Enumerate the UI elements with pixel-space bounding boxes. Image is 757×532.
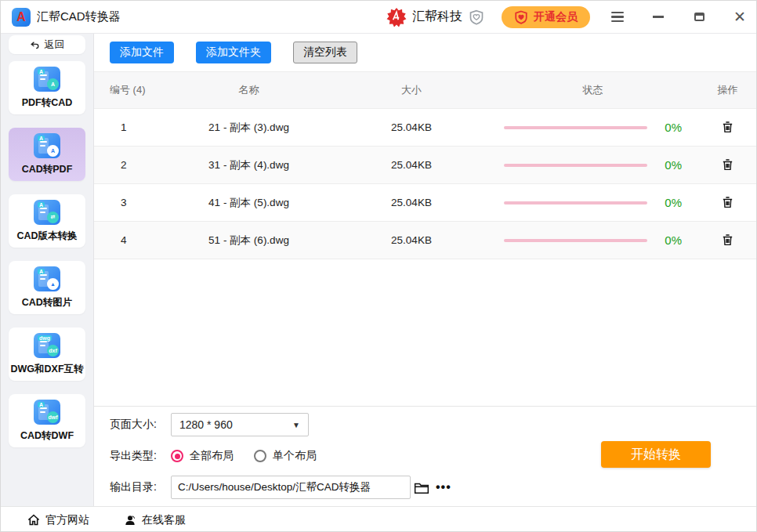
minimize-icon [653,16,664,17]
page-size-label: 页面大小: [110,418,171,432]
online-support-label: 在线客服 [142,513,186,527]
back-button[interactable]: 返回 [9,35,85,54]
brand-seal-icon [386,7,407,27]
sidebar: 返回 A A PDF转CAD A A CAD转PDF A ⇄ [1,34,94,506]
page-size-dropdown[interactable]: 1280 * 960 ▼ [171,413,309,436]
trash-icon [721,120,734,134]
row-filesize: 25.04KB [333,159,490,171]
close-icon: ✕ [733,9,746,24]
heart-badge-icon[interactable] [469,9,484,25]
trash-icon [721,157,734,172]
home-icon [27,514,40,526]
progress-percent: 0% [658,196,682,209]
official-website-link[interactable]: 官方网站 [27,513,89,527]
cad-version-convert-icon: A ⇄ [34,200,60,225]
start-convert-button[interactable]: 开始转换 [601,441,711,468]
progress-percent: 0% [658,233,682,247]
row-filename: 21 - 副本 (3).dwg [165,121,333,135]
row-filesize: 25.04KB [333,121,490,133]
table-row: 2 31 - 副本 (4).dwg 25.04KB 0% [94,147,757,184]
cad-to-image-icon: A ▲ [34,266,60,291]
table-row: 1 21 - 副本 (3).dwg 25.04KB 0% [94,109,757,147]
folder-icon [414,481,429,494]
official-website-label: 官方网站 [45,513,89,527]
page-size-value: 1280 * 960 [179,418,292,431]
sidebar-item-label: CAD版本转换 [16,230,77,243]
row-index: 2 [94,159,165,171]
output-dir-input[interactable] [171,476,411,499]
ellipsis-icon: ••• [436,480,451,494]
progress-bar [504,239,647,242]
header-index: 编号 (4) [94,83,165,97]
delete-row-button[interactable] [719,118,736,136]
app-title: 汇帮CAD转换器 [37,9,121,24]
header-status: 状态 [490,83,697,97]
sidebar-item-dwg-dxf-convert[interactable]: dwg dxf DWG和DXF互转 [9,328,85,381]
progress-percent: 0% [658,121,682,134]
minimize-button[interactable] [651,10,665,24]
add-folder-button[interactable]: 添加文件夹 [196,42,271,63]
close-button[interactable]: ✕ [733,10,747,24]
cad-to-pdf-icon: A A [34,133,60,158]
open-vip-button[interactable]: 开通会员 [502,6,590,28]
file-table: 编号 (4) 名称 大小 状态 操作 1 21 - 副本 (3).dwg 25.… [94,71,757,259]
sidebar-item-label: CAD转DWF [20,429,74,443]
app-logo-icon: A [12,8,31,27]
row-filename: 51 - 副本 (6).dwg [165,233,333,248]
vip-heart-icon [514,10,528,24]
sidebar-item-pdf-to-cad[interactable]: A A PDF转CAD [9,61,85,114]
open-vip-label: 开通会员 [534,10,578,24]
sidebar-item-label: DWG和DXF互转 [10,363,83,376]
pdf-to-cad-icon: A A [34,67,60,92]
sidebar-item-cad-to-pdf[interactable]: A A CAD转PDF [9,128,85,181]
main-panel: 添加文件 添加文件夹 清空列表 编号 (4) 名称 大小 状态 操作 1 21 … [94,34,757,506]
chevron-down-icon: ▼ [292,421,300,429]
progress-bar [504,164,647,167]
sidebar-item-cad-to-image[interactable]: A ▲ CAD转图片 [9,261,85,314]
sidebar-item-label: PDF转CAD [22,96,73,110]
radio-all-layouts[interactable]: 全部布局 [171,449,234,463]
progress-bar [504,201,647,204]
trash-icon [721,195,734,209]
delete-row-button[interactable] [719,156,736,173]
sidebar-item-cad-version-convert[interactable]: A ⇄ CAD版本转换 [9,194,85,248]
table-row: 3 41 - 副本 (5).dwg 25.04KB 0% [94,184,757,222]
titlebar: A 汇帮CAD转换器 汇帮科技 开通会员 ✕ [1,1,757,34]
browse-folder-button[interactable] [411,481,433,494]
row-filename: 41 - 副本 (5).dwg [165,196,333,210]
header-action: 操作 [697,83,757,97]
radio-selected-icon [171,450,183,462]
table-header: 编号 (4) 名称 大小 状态 操作 [94,71,757,109]
table-row: 4 51 - 副本 (6).dwg 25.04KB 0% [94,222,757,259]
trash-icon [721,233,734,247]
back-label: 返回 [45,38,65,52]
radio-unselected-icon [254,450,266,462]
delete-row-button[interactable] [719,194,736,211]
customer-service-icon [124,514,136,527]
row-index: 3 [94,197,165,208]
menu-button[interactable] [610,10,625,24]
header-name: 名称 [165,83,333,97]
maximize-button[interactable] [692,10,706,24]
export-type-label: 导出类型: [110,449,171,463]
row-filename: 31 - 副本 (4).dwg [165,158,333,172]
radio-single-layout[interactable]: 单个布局 [254,449,317,463]
row-filesize: 25.04KB [333,234,490,246]
brand-name: 汇帮科技 [412,9,462,25]
sidebar-item-label: CAD转图片 [22,296,73,309]
back-arrow-icon [30,40,40,50]
radio-label: 单个布局 [273,449,317,463]
add-file-button[interactable]: 添加文件 [110,42,174,63]
cad-to-dwf-icon: A dwf [34,400,60,425]
clear-list-button[interactable]: 清空列表 [293,42,357,63]
settings-panel: 页面大小: 1280 * 960 ▼ 导出类型: 全部布局 [94,406,757,506]
maximize-icon [694,13,704,21]
delete-row-button[interactable] [719,231,736,248]
row-index: 4 [94,234,165,246]
progress-percent: 0% [658,158,682,172]
online-support-link[interactable]: 在线客服 [124,513,186,527]
radio-label: 全部布局 [190,449,234,463]
sidebar-item-cad-to-dwf[interactable]: A dwf CAD转DWF [9,394,85,447]
app-window: A 汇帮CAD转换器 汇帮科技 开通会员 ✕ [1,1,757,532]
progress-bar [504,126,647,129]
